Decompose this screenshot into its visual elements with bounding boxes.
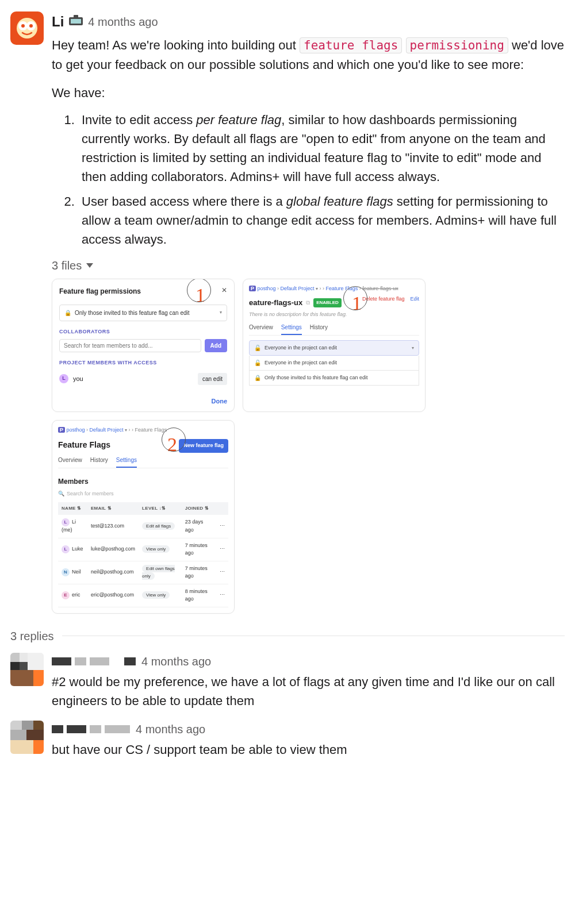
- project-members-label: PROJECT MEMBERS WITH ACCESS: [59, 359, 227, 367]
- files-count: 3 files: [52, 257, 82, 274]
- flag-description: There is no description for this feature…: [249, 311, 419, 319]
- tab-overview: Overview: [249, 323, 273, 335]
- enabled-badge: ENABLED: [313, 298, 342, 307]
- replies-count: 3 replies: [10, 627, 54, 645]
- th-name: NAME ⇅: [58, 502, 87, 515]
- crumb: Default Project: [90, 427, 124, 433]
- flag-title: eature-flags-ux: [249, 297, 302, 309]
- chevron-down-icon: ▾: [412, 345, 414, 352]
- delete-link: Delete feature flag: [362, 295, 405, 303]
- collaborator-search-input: [59, 339, 201, 352]
- search-placeholder: Search for members: [67, 490, 114, 498]
- select-option: 🔓 Everyone in the project can edit: [249, 356, 419, 371]
- annotation-circle-icon: [162, 428, 186, 452]
- done-button: Done: [212, 398, 228, 405]
- edit-link: Edit: [410, 295, 419, 303]
- table-row: LLukeluke@posthog.comView only7 minutes …: [58, 538, 228, 561]
- avatar[interactable]: [10, 653, 44, 686]
- option-1: Invite to edit access per feature flag, …: [78, 110, 565, 186]
- members-table: NAME ⇅ EMAIL ⇅ LEVEL ↓⇅ JOINED ⇅ LLi (me…: [58, 502, 228, 607]
- table-row: Eericeric@posthog.comView only8 minutes …: [58, 584, 228, 607]
- crumb: posthog: [258, 286, 276, 291]
- timestamp[interactable]: 4 months ago: [136, 721, 205, 738]
- replies-header: 3 replies: [10, 627, 565, 645]
- reply-body: 4 months ago #2 would be my preference, …: [52, 653, 565, 710]
- tab-overview: Overview: [58, 456, 82, 468]
- reply-text: but have our CS / support team be able t…: [52, 740, 565, 759]
- avatar-face-icon: [14, 16, 40, 41]
- text-fragment: Hey team! As we're looking into building…: [52, 38, 300, 52]
- collaborators-label: COLLABORATORS: [59, 328, 227, 336]
- tab-settings: Settings: [116, 456, 137, 468]
- chevron-down-icon: ▾: [220, 309, 222, 316]
- redacted-name: [52, 657, 136, 665]
- tab-history: History: [90, 456, 108, 468]
- crumb: posthog: [67, 427, 85, 433]
- message: Li 4 months ago Hey team! As we're looki…: [10, 11, 565, 614]
- options-list: Invite to edit access per feature flag, …: [52, 110, 565, 249]
- svg-point-4: [29, 24, 33, 28]
- tab-history: History: [310, 323, 328, 335]
- table-row: NNeilneil@posthog.comEdit own flags only…: [58, 561, 228, 584]
- timestamp[interactable]: 4 months ago: [141, 653, 211, 670]
- svg-rect-7: [74, 15, 78, 18]
- modal-title: Feature flag permissions: [59, 287, 141, 295]
- table-row: LLi (me)test@123.comEdit all flags23 day…: [58, 515, 228, 538]
- member-row: L you can edit: [59, 373, 227, 385]
- code-chip: feature flags: [300, 37, 402, 53]
- attachments: Feature flag permissions ✕ 1 🔒 Only thos…: [52, 279, 565, 614]
- status-emoji-icon: [68, 13, 83, 32]
- tabs: Overview History Settings: [58, 456, 228, 468]
- members-heading: Members: [58, 476, 228, 487]
- breadcrumb: P posthog › Default Project ▾ › › Featur…: [58, 426, 228, 434]
- text-em: per feature flag: [196, 113, 281, 127]
- crumb: Default Project: [281, 286, 315, 291]
- message-text: Hey team! As we're looking into building…: [52, 36, 565, 74]
- option-2: User based access where there is a globa…: [78, 192, 565, 249]
- crumb: feature-flags-ux: [362, 286, 398, 291]
- select-option: 🔒 Only those invited to this feature fla…: [249, 371, 419, 386]
- option-label: Only those invited to this feature flag …: [264, 374, 368, 382]
- permission-badge: can edit: [198, 373, 227, 385]
- message-body: Li 4 months ago Hey team! As we're looki…: [52, 11, 565, 614]
- tabs: Overview Settings History: [249, 323, 419, 336]
- lock-icon: 🔒: [64, 309, 71, 317]
- reply-2: 4 months ago but have our CS / support t…: [10, 721, 565, 759]
- timestamp[interactable]: 4 months ago: [88, 13, 158, 30]
- select-value: Only those invited to this feature flag …: [75, 309, 190, 317]
- avatar[interactable]: [10, 11, 44, 45]
- reply-body: 4 months ago but have our CS / support t…: [52, 721, 565, 759]
- collaborator-search-row: Add: [59, 339, 227, 352]
- annotation-circle-icon: [187, 279, 211, 302]
- reply-text: #2 would be my preference, we have a lot…: [52, 672, 565, 710]
- lock-open-icon: 🔓: [254, 344, 261, 352]
- th-joined: JOINED ⇅: [182, 502, 216, 515]
- new-flag-button: New feature flag: [179, 439, 228, 453]
- reply-header: 4 months ago: [52, 721, 565, 738]
- divider: [62, 636, 565, 636]
- member-name: you: [73, 374, 83, 384]
- attachment-3[interactable]: P posthog › Default Project ▾ › › Featur…: [52, 420, 235, 614]
- member-search: 🔍 Search for members: [58, 490, 228, 498]
- attachment-2[interactable]: P posthog › Default Project ▾ › › Featur…: [243, 279, 425, 413]
- breadcrumb: P posthog › Default Project ▾ › › Featur…: [249, 285, 419, 293]
- annotation-circle-icon: [343, 286, 367, 310]
- avatar[interactable]: [10, 721, 44, 754]
- option-label: Everyone in the project can edit: [264, 359, 337, 367]
- th-email: EMAIL ⇅: [87, 502, 139, 515]
- svg-rect-6: [71, 19, 81, 24]
- close-icon: ✕: [221, 285, 227, 295]
- select-value: Everyone in the project can edit: [264, 344, 337, 352]
- lock-open-icon: 🔓: [254, 359, 261, 367]
- member-avatar-icon: L: [59, 374, 68, 383]
- text-em: global feature flags: [286, 194, 393, 209]
- permission-select: 🔓 Everyone in the project can edit ▾: [249, 340, 419, 356]
- crumb: Feature Flags: [135, 427, 167, 433]
- message-header: Li 4 months ago: [52, 11, 565, 32]
- attachment-1[interactable]: Feature flag permissions ✕ 1 🔒 Only thos…: [52, 279, 235, 413]
- lock-icon: 🔒: [254, 374, 261, 382]
- files-toggle[interactable]: 3 files: [52, 257, 565, 274]
- text-fragment: User based access where there is a: [82, 194, 286, 209]
- reply-1: 4 months ago #2 would be my preference, …: [10, 653, 565, 710]
- author-name[interactable]: Li: [52, 11, 64, 32]
